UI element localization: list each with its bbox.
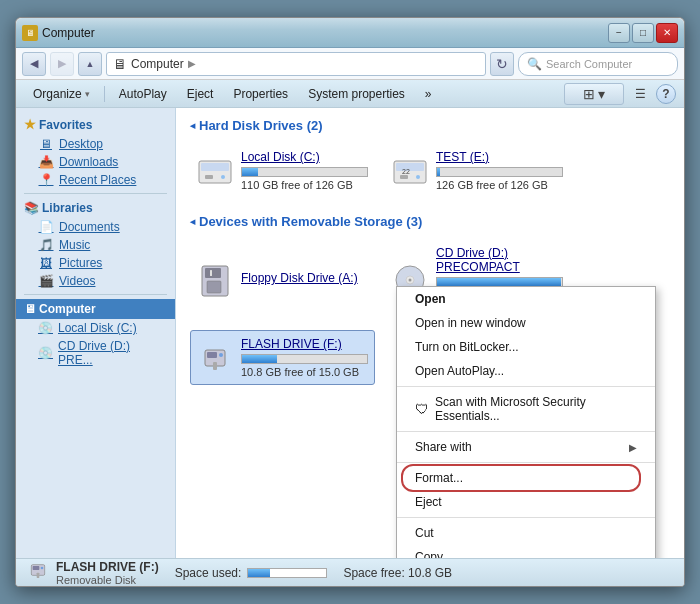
sidebar-item-local-disk[interactable]: 💿 Local Disk (C:) — [16, 319, 175, 337]
star-icon: ★ — [24, 117, 36, 132]
drive-a-info: Floppy Disk Drive (A:) — [241, 271, 368, 288]
back-button[interactable]: ◀ — [22, 52, 46, 76]
svg-rect-2 — [205, 175, 213, 179]
search-icon: 🔍 — [527, 57, 542, 71]
svg-rect-21 — [37, 573, 40, 578]
eject-button[interactable]: Eject — [178, 83, 223, 105]
autoplay-button[interactable]: AutoPlay — [110, 83, 176, 105]
drive-item-c[interactable]: Local Disk (C:) 110 GB free of 126 GB — [190, 143, 375, 198]
ctx-item-autoplay[interactable]: Open AutoPlay... — [397, 359, 655, 383]
close-button[interactable]: ✕ — [656, 23, 678, 43]
refresh-button[interactable]: ↻ — [490, 52, 514, 76]
sidebar-item-music[interactable]: 🎵 Music — [16, 236, 175, 254]
status-space-used: Space used: — [175, 566, 328, 580]
drive-f-bar — [241, 354, 368, 364]
drive-c-name[interactable]: Local Disk (C:) — [241, 150, 368, 164]
sidebar-item-recent[interactable]: 📍 Recent Places — [16, 171, 175, 189]
ctx-item-eject[interactable]: Eject — [397, 490, 655, 514]
drive-e-name[interactable]: TEST (E:) — [436, 150, 563, 164]
sidebar-item-pictures[interactable]: 🖼 Pictures — [16, 254, 175, 272]
drive-f-name[interactable]: FLASH DRIVE (F:) — [241, 337, 368, 351]
system-properties-label: System properties — [308, 87, 405, 101]
videos-icon: 🎬 — [38, 274, 54, 288]
drive-f-bar-fill — [242, 355, 277, 363]
search-box[interactable]: 🔍 Search Computer — [518, 52, 678, 76]
status-drive-info: FLASH DRIVE (F:) Removable Disk — [26, 558, 159, 587]
favorites-header[interactable]: ★ Favorites — [16, 114, 175, 135]
svg-point-23 — [41, 567, 44, 570]
svg-rect-5 — [396, 163, 424, 171]
svg-point-7 — [416, 175, 420, 179]
libraries-icon: 📚 — [24, 201, 39, 215]
title-bar: 🖥 Computer − □ ✕ — [16, 18, 684, 48]
ctx-item-cut[interactable]: Cut — [397, 521, 655, 545]
drive-e-free: 126 GB free of 126 GB — [436, 179, 563, 191]
drive-item-f[interactable]: FLASH DRIVE (F:) 10.8 GB free of 15.0 GB — [190, 330, 375, 385]
organize-button[interactable]: Organize ▾ — [24, 83, 99, 105]
favorites-section: ★ Favorites 🖥 Desktop 📥 Downloads 📍 Rece… — [16, 114, 175, 189]
content-area: ★ Favorites 🖥 Desktop 📥 Downloads 📍 Rece… — [16, 108, 684, 558]
hard-disks-title: Hard Disk Drives (2) — [199, 118, 323, 133]
drive-a-name[interactable]: Floppy Disk Drive (A:) — [241, 271, 368, 285]
sidebar-item-downloads[interactable]: 📥 Downloads — [16, 153, 175, 171]
minimize-button[interactable]: − — [608, 23, 630, 43]
view-change-button[interactable]: ⊞ ▾ — [564, 83, 624, 105]
drive-item-e[interactable]: 22 TEST (E:) 126 GB free of 126 GB — [385, 143, 570, 198]
more-button[interactable]: » — [416, 83, 441, 105]
favorites-label: Favorites — [39, 118, 92, 132]
maximize-button[interactable]: □ — [632, 23, 654, 43]
ctx-item-copy[interactable]: Copy — [397, 545, 655, 558]
status-drive-icon — [26, 558, 50, 587]
forward-button[interactable]: ▶ — [50, 52, 74, 76]
computer-label: Computer — [39, 302, 96, 316]
status-space-used-label: Space used: — [175, 566, 242, 580]
sidebar-downloads-label: Downloads — [59, 155, 118, 169]
main-content: Hard Disk Drives (2) Local Disk (C:) — [176, 108, 684, 558]
ctx-sep-3 — [397, 462, 655, 463]
ctx-item-scan[interactable]: 🛡 Scan with Microsoft Security Essential… — [397, 390, 655, 428]
properties-button[interactable]: Properties — [224, 83, 297, 105]
downloads-icon: 📥 — [38, 155, 54, 169]
ctx-item-open[interactable]: Open — [397, 287, 655, 311]
sidebar-cd-label: CD Drive (D:) PRE... — [58, 339, 167, 367]
ctx-item-bitlocker[interactable]: Turn on BitLocker... — [397, 335, 655, 359]
computer-header[interactable]: 🖥 Computer — [16, 299, 175, 319]
svg-rect-1 — [201, 163, 229, 171]
help-button[interactable]: ? — [656, 84, 676, 104]
toolbar: Organize ▾ AutoPlay Eject Properties Sys… — [16, 80, 684, 108]
sidebar-videos-label: Videos — [59, 274, 95, 288]
breadcrumb[interactable]: 🖥 Computer ▶ — [106, 52, 486, 76]
svg-rect-17 — [213, 362, 217, 370]
details-button[interactable]: ☰ — [628, 83, 652, 105]
ctx-item-format[interactable]: Format... — [397, 466, 655, 490]
sidebar: ★ Favorites 🖥 Desktop 📥 Downloads 📍 Rece… — [16, 108, 176, 558]
local-disk-icon: 💿 — [38, 321, 53, 335]
title-bar-left: 🖥 Computer — [22, 25, 95, 41]
ctx-item-share[interactable]: Share with ▶ — [397, 435, 655, 459]
sidebar-item-cd-drive[interactable]: 💿 CD Drive (D:) PRE... — [16, 337, 175, 369]
drive-e-icon: 22 — [392, 153, 428, 189]
sidebar-item-documents[interactable]: 📄 Documents — [16, 218, 175, 236]
drive-c-bar — [241, 167, 368, 177]
system-properties-button[interactable]: System properties — [299, 83, 414, 105]
drive-e-bar-fill — [437, 168, 440, 176]
hard-drives-grid: Local Disk (C:) 110 GB free of 126 GB — [190, 143, 670, 198]
up-button[interactable]: ▲ — [78, 52, 102, 76]
drive-e-info: TEST (E:) 126 GB free of 126 GB — [436, 150, 563, 191]
sidebar-item-videos[interactable]: 🎬 Videos — [16, 272, 175, 290]
sidebar-item-desktop[interactable]: 🖥 Desktop — [16, 135, 175, 153]
cd-drive-icon: 💿 — [38, 346, 53, 360]
ctx-item-open-new-window[interactable]: Open in new window — [397, 311, 655, 335]
drive-d-name[interactable]: CD Drive (D:) PRECOMPACT — [436, 246, 563, 274]
drive-item-a[interactable]: Floppy Disk Drive (A:) — [190, 239, 375, 320]
drive-f-free: 10.8 GB free of 15.0 GB — [241, 366, 368, 378]
svg-point-3 — [221, 175, 225, 179]
libraries-label: Libraries — [42, 201, 93, 215]
drive-c-free: 110 GB free of 126 GB — [241, 179, 368, 191]
sidebar-local-disk-label: Local Disk (C:) — [58, 321, 137, 335]
desktop-icon: 🖥 — [38, 137, 54, 151]
documents-icon: 📄 — [38, 220, 54, 234]
drive-e-bar — [436, 167, 563, 177]
libraries-header[interactable]: 📚 Libraries — [16, 198, 175, 218]
drive-f-info: FLASH DRIVE (F:) 10.8 GB free of 15.0 GB — [241, 337, 368, 378]
